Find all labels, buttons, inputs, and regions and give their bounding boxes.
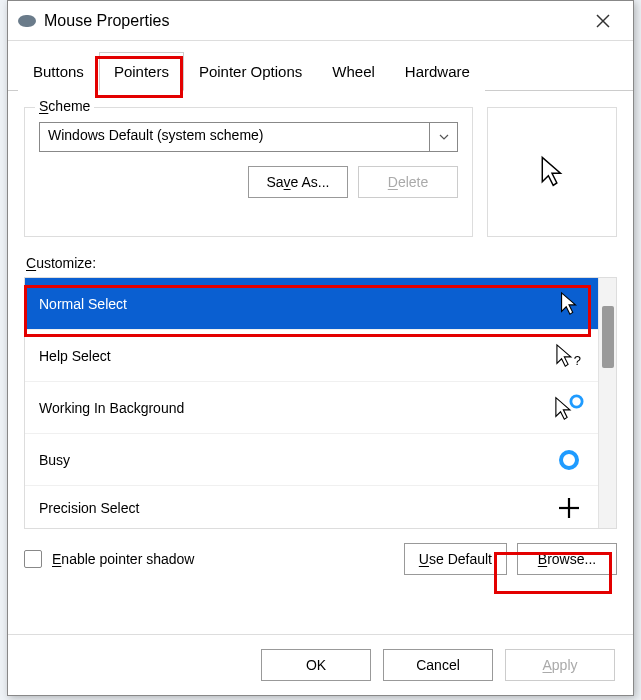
pointer-list: Normal Select Help Select ? xyxy=(24,277,617,529)
tab-pointers[interactable]: Pointers xyxy=(99,52,184,91)
scrollbar-thumb[interactable] xyxy=(602,306,614,368)
pointer-item-help-select[interactable]: Help Select ? xyxy=(25,330,598,382)
svg-point-4 xyxy=(561,452,577,468)
pointer-item-label: Working In Background xyxy=(39,400,184,416)
cursor-arrow-icon xyxy=(554,289,584,319)
cursor-arrow-icon xyxy=(539,155,565,189)
pointer-item-normal-select[interactable]: Normal Select xyxy=(25,278,598,330)
window-title: Mouse Properties xyxy=(44,12,583,30)
close-button[interactable] xyxy=(583,1,623,41)
svg-text:?: ? xyxy=(574,353,581,368)
chevron-down-icon xyxy=(429,123,457,151)
tab-buttons[interactable]: Buttons xyxy=(18,52,99,91)
ok-button[interactable]: OK xyxy=(261,649,371,681)
apply-button: Apply xyxy=(505,649,615,681)
customize-label: Customize: xyxy=(26,255,617,271)
enable-shadow-label[interactable]: Enable pointer shadow xyxy=(52,551,194,567)
browse-button[interactable]: Browse... xyxy=(517,543,617,575)
scheme-dropdown[interactable]: Windows Default (system scheme) xyxy=(39,122,458,152)
tab-wheel[interactable]: Wheel xyxy=(317,52,390,91)
scheme-group-label: Scheme xyxy=(35,98,94,114)
mouse-properties-dialog: Mouse Properties Buttons Pointers Pointe… xyxy=(7,0,634,696)
pointer-item-label: Normal Select xyxy=(39,296,127,312)
use-default-button[interactable]: Use Default xyxy=(404,543,507,575)
pointer-item-label: Busy xyxy=(39,452,70,468)
cursor-ring-icon xyxy=(554,445,584,475)
pointer-item-label: Precision Select xyxy=(39,500,139,516)
cursor-arrow-ring-icon xyxy=(554,393,584,423)
scheme-group: Scheme Windows Default (system scheme) S… xyxy=(24,107,473,237)
scheme-selected-value: Windows Default (system scheme) xyxy=(40,123,429,151)
tab-hardware[interactable]: Hardware xyxy=(390,52,485,91)
title-bar: Mouse Properties xyxy=(8,1,633,41)
scrollbar[interactable] xyxy=(598,278,616,528)
cursor-arrow-help-icon: ? xyxy=(554,341,584,371)
pointer-item-precision-select[interactable]: Precision Select xyxy=(25,486,598,528)
cancel-button[interactable]: Cancel xyxy=(383,649,493,681)
pointer-item-working-background[interactable]: Working In Background xyxy=(25,382,598,434)
content-panel: Scheme Windows Default (system scheme) S… xyxy=(8,91,633,634)
dialog-footer: OK Cancel Apply xyxy=(8,634,633,695)
delete-button: Delete xyxy=(358,166,458,198)
cursor-plus-icon xyxy=(554,493,584,523)
tab-strip: Buttons Pointers Pointer Options Wheel H… xyxy=(8,41,633,91)
tab-pointer-options[interactable]: Pointer Options xyxy=(184,52,317,91)
svg-point-3 xyxy=(571,395,582,406)
pointer-preview xyxy=(487,107,617,237)
close-icon xyxy=(596,14,610,28)
enable-shadow-checkbox[interactable] xyxy=(24,550,42,568)
mouse-icon xyxy=(18,15,36,27)
pointer-item-busy[interactable]: Busy xyxy=(25,434,598,486)
save-as-button[interactable]: Save As... xyxy=(248,166,348,198)
pointer-item-label: Help Select xyxy=(39,348,111,364)
